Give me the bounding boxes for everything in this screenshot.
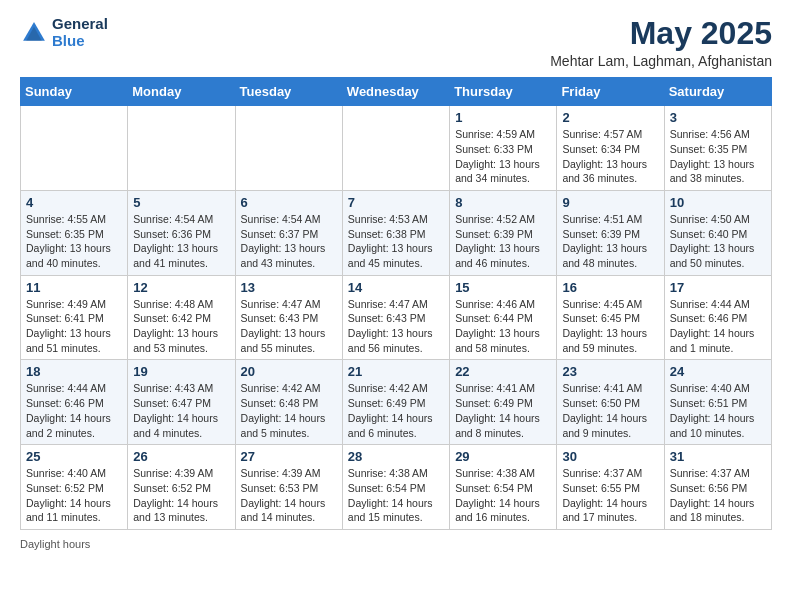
col-header-friday: Friday: [557, 78, 664, 106]
calendar-cell-w3-d4: 22Sunrise: 4:41 AM Sunset: 6:49 PM Dayli…: [450, 360, 557, 445]
col-header-sunday: Sunday: [21, 78, 128, 106]
day-number: 17: [670, 280, 766, 295]
day-info: Sunrise: 4:56 AM Sunset: 6:35 PM Dayligh…: [670, 127, 766, 186]
day-info: Sunrise: 4:43 AM Sunset: 6:47 PM Dayligh…: [133, 381, 229, 440]
day-number: 1: [455, 110, 551, 125]
day-info: Sunrise: 4:41 AM Sunset: 6:50 PM Dayligh…: [562, 381, 658, 440]
calendar-cell-w4-d2: 27Sunrise: 4:39 AM Sunset: 6:53 PM Dayli…: [235, 445, 342, 530]
day-number: 31: [670, 449, 766, 464]
calendar-cell-w3-d6: 24Sunrise: 4:40 AM Sunset: 6:51 PM Dayli…: [664, 360, 771, 445]
footer-daylight: Daylight hours: [20, 538, 90, 550]
col-header-monday: Monday: [128, 78, 235, 106]
calendar-cell-w2-d5: 16Sunrise: 4:45 AM Sunset: 6:45 PM Dayli…: [557, 275, 664, 360]
calendar-cell-w2-d1: 12Sunrise: 4:48 AM Sunset: 6:42 PM Dayli…: [128, 275, 235, 360]
day-info: Sunrise: 4:54 AM Sunset: 6:37 PM Dayligh…: [241, 212, 337, 271]
calendar-cell-w0-d0: [21, 106, 128, 191]
day-info: Sunrise: 4:48 AM Sunset: 6:42 PM Dayligh…: [133, 297, 229, 356]
day-number: 14: [348, 280, 444, 295]
calendar-cell-w3-d3: 21Sunrise: 4:42 AM Sunset: 6:49 PM Dayli…: [342, 360, 449, 445]
calendar-cell-w0-d5: 2Sunrise: 4:57 AM Sunset: 6:34 PM Daylig…: [557, 106, 664, 191]
day-info: Sunrise: 4:39 AM Sunset: 6:53 PM Dayligh…: [241, 466, 337, 525]
day-number: 4: [26, 195, 122, 210]
logo-icon: [20, 19, 48, 47]
calendar-cell-w4-d4: 29Sunrise: 4:38 AM Sunset: 6:54 PM Dayli…: [450, 445, 557, 530]
day-number: 21: [348, 364, 444, 379]
title-block: May 2025 Mehtar Lam, Laghman, Afghanista…: [550, 16, 772, 69]
logo: General Blue: [20, 16, 108, 49]
day-info: Sunrise: 4:45 AM Sunset: 6:45 PM Dayligh…: [562, 297, 658, 356]
calendar-cell-w2-d0: 11Sunrise: 4:49 AM Sunset: 6:41 PM Dayli…: [21, 275, 128, 360]
day-number: 18: [26, 364, 122, 379]
day-info: Sunrise: 4:40 AM Sunset: 6:52 PM Dayligh…: [26, 466, 122, 525]
day-number: 3: [670, 110, 766, 125]
day-number: 5: [133, 195, 229, 210]
day-number: 24: [670, 364, 766, 379]
col-header-tuesday: Tuesday: [235, 78, 342, 106]
calendar-cell-w4-d0: 25Sunrise: 4:40 AM Sunset: 6:52 PM Dayli…: [21, 445, 128, 530]
day-info: Sunrise: 4:40 AM Sunset: 6:51 PM Dayligh…: [670, 381, 766, 440]
calendar-cell-w1-d0: 4Sunrise: 4:55 AM Sunset: 6:35 PM Daylig…: [21, 190, 128, 275]
calendar-cell-w3-d0: 18Sunrise: 4:44 AM Sunset: 6:46 PM Dayli…: [21, 360, 128, 445]
day-info: Sunrise: 4:50 AM Sunset: 6:40 PM Dayligh…: [670, 212, 766, 271]
calendar-cell-w4-d3: 28Sunrise: 4:38 AM Sunset: 6:54 PM Dayli…: [342, 445, 449, 530]
calendar-cell-w3-d1: 19Sunrise: 4:43 AM Sunset: 6:47 PM Dayli…: [128, 360, 235, 445]
col-header-saturday: Saturday: [664, 78, 771, 106]
day-number: 8: [455, 195, 551, 210]
day-number: 23: [562, 364, 658, 379]
day-info: Sunrise: 4:44 AM Sunset: 6:46 PM Dayligh…: [670, 297, 766, 356]
day-info: Sunrise: 4:55 AM Sunset: 6:35 PM Dayligh…: [26, 212, 122, 271]
calendar-cell-w2-d6: 17Sunrise: 4:44 AM Sunset: 6:46 PM Dayli…: [664, 275, 771, 360]
calendar-cell-w3-d5: 23Sunrise: 4:41 AM Sunset: 6:50 PM Dayli…: [557, 360, 664, 445]
calendar-cell-w0-d3: [342, 106, 449, 191]
day-info: Sunrise: 4:41 AM Sunset: 6:49 PM Dayligh…: [455, 381, 551, 440]
day-number: 13: [241, 280, 337, 295]
calendar-cell-w0-d4: 1Sunrise: 4:59 AM Sunset: 6:33 PM Daylig…: [450, 106, 557, 191]
day-info: Sunrise: 4:39 AM Sunset: 6:52 PM Dayligh…: [133, 466, 229, 525]
day-info: Sunrise: 4:37 AM Sunset: 6:55 PM Dayligh…: [562, 466, 658, 525]
calendar-cell-w4-d5: 30Sunrise: 4:37 AM Sunset: 6:55 PM Dayli…: [557, 445, 664, 530]
day-info: Sunrise: 4:51 AM Sunset: 6:39 PM Dayligh…: [562, 212, 658, 271]
main-title: May 2025: [550, 16, 772, 51]
day-info: Sunrise: 4:47 AM Sunset: 6:43 PM Dayligh…: [348, 297, 444, 356]
calendar-cell-w0-d6: 3Sunrise: 4:56 AM Sunset: 6:35 PM Daylig…: [664, 106, 771, 191]
day-number: 20: [241, 364, 337, 379]
header: General Blue May 2025 Mehtar Lam, Laghma…: [20, 16, 772, 69]
day-number: 11: [26, 280, 122, 295]
day-number: 30: [562, 449, 658, 464]
day-number: 28: [348, 449, 444, 464]
day-number: 12: [133, 280, 229, 295]
day-number: 19: [133, 364, 229, 379]
calendar-cell-w1-d5: 9Sunrise: 4:51 AM Sunset: 6:39 PM Daylig…: [557, 190, 664, 275]
calendar-cell-w0-d1: [128, 106, 235, 191]
day-number: 16: [562, 280, 658, 295]
footer-note: Daylight hours: [20, 538, 772, 550]
day-info: Sunrise: 4:42 AM Sunset: 6:49 PM Dayligh…: [348, 381, 444, 440]
calendar-cell-w1-d3: 7Sunrise: 4:53 AM Sunset: 6:38 PM Daylig…: [342, 190, 449, 275]
calendar-cell-w4-d1: 26Sunrise: 4:39 AM Sunset: 6:52 PM Dayli…: [128, 445, 235, 530]
day-number: 10: [670, 195, 766, 210]
day-number: 27: [241, 449, 337, 464]
day-info: Sunrise: 4:44 AM Sunset: 6:46 PM Dayligh…: [26, 381, 122, 440]
day-number: 25: [26, 449, 122, 464]
calendar-cell-w1-d1: 5Sunrise: 4:54 AM Sunset: 6:36 PM Daylig…: [128, 190, 235, 275]
day-number: 2: [562, 110, 658, 125]
subtitle: Mehtar Lam, Laghman, Afghanistan: [550, 53, 772, 69]
day-number: 15: [455, 280, 551, 295]
calendar-cell-w2-d3: 14Sunrise: 4:47 AM Sunset: 6:43 PM Dayli…: [342, 275, 449, 360]
day-number: 6: [241, 195, 337, 210]
calendar-table: SundayMondayTuesdayWednesdayThursdayFrid…: [20, 77, 772, 530]
day-number: 22: [455, 364, 551, 379]
logo-text: General Blue: [52, 16, 108, 49]
calendar-cell-w1-d4: 8Sunrise: 4:52 AM Sunset: 6:39 PM Daylig…: [450, 190, 557, 275]
day-info: Sunrise: 4:49 AM Sunset: 6:41 PM Dayligh…: [26, 297, 122, 356]
day-info: Sunrise: 4:52 AM Sunset: 6:39 PM Dayligh…: [455, 212, 551, 271]
calendar-cell-w2-d4: 15Sunrise: 4:46 AM Sunset: 6:44 PM Dayli…: [450, 275, 557, 360]
day-number: 26: [133, 449, 229, 464]
day-info: Sunrise: 4:53 AM Sunset: 6:38 PM Dayligh…: [348, 212, 444, 271]
day-info: Sunrise: 4:59 AM Sunset: 6:33 PM Dayligh…: [455, 127, 551, 186]
calendar-cell-w1-d2: 6Sunrise: 4:54 AM Sunset: 6:37 PM Daylig…: [235, 190, 342, 275]
day-info: Sunrise: 4:54 AM Sunset: 6:36 PM Dayligh…: [133, 212, 229, 271]
calendar-cell-w2-d2: 13Sunrise: 4:47 AM Sunset: 6:43 PM Dayli…: [235, 275, 342, 360]
calendar-cell-w4-d6: 31Sunrise: 4:37 AM Sunset: 6:56 PM Dayli…: [664, 445, 771, 530]
day-number: 7: [348, 195, 444, 210]
